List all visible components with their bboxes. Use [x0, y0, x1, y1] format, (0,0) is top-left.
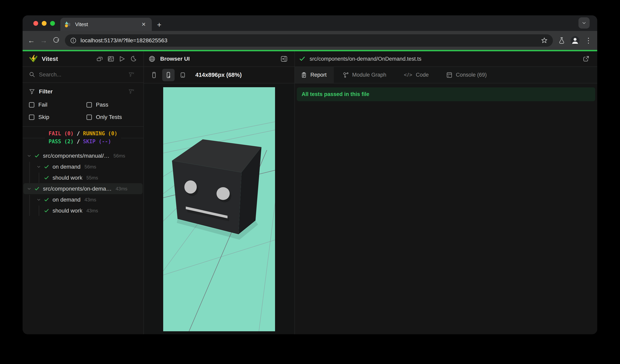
reload-button[interactable]: [53, 37, 60, 44]
browser-window: Vitest ✕ + ← → localhost:5173/#/?file=18…: [23, 15, 597, 334]
dashboard-windows-icon[interactable]: [96, 56, 103, 62]
report-content: All tests passed in this file: [295, 83, 597, 334]
browser-tab[interactable]: Vitest ✕: [60, 18, 152, 31]
url-text[interactable]: localhost:5173/#/?file=1828625563: [80, 37, 537, 44]
preview-title: Browser UI: [160, 56, 277, 62]
open-external-icon[interactable]: [582, 55, 590, 62]
browser-preview-pane: Browser UI 414x896px (68%): [144, 51, 295, 334]
vitest-logo: [29, 55, 38, 63]
filter-title: Filter: [39, 88, 125, 95]
tree-row[interactable]: on demand 43ms: [23, 194, 143, 205]
results-tabbar: Report Module Graph </> Code: [295, 67, 597, 83]
preview-canvas: [144, 83, 294, 334]
summary-line-2: PASS (2) / SKIP (--): [48, 137, 117, 146]
console-icon: [446, 72, 453, 78]
search-row: [23, 67, 143, 83]
search-icon: [29, 72, 35, 78]
chevron-down-icon[interactable]: [35, 165, 43, 169]
tab-search-button[interactable]: [578, 17, 590, 29]
sidebar: Vitest: [23, 51, 144, 334]
pass-check-icon: [299, 56, 305, 62]
module-graph-icon: [342, 72, 349, 78]
robot-cube: [172, 139, 262, 234]
sidebar-header: Vitest: [23, 51, 143, 67]
checkbox-pass[interactable]: [87, 102, 92, 108]
filter-option-skip[interactable]: Skip: [29, 114, 87, 120]
sidebar-app-title: Vitest: [42, 56, 96, 62]
checkbox-fail[interactable]: [29, 102, 34, 108]
filter-option-pass[interactable]: Pass: [87, 102, 135, 108]
chevron-down-icon: [581, 20, 587, 26]
tab-module-graph[interactable]: Module Graph: [334, 67, 395, 83]
browser-toolbar: ← → localhost:5173/#/?file=1828625563 ⋮: [23, 31, 597, 50]
kebab-menu-icon[interactable]: ⋮: [585, 37, 592, 44]
coverage-report-icon[interactable]: [108, 56, 114, 62]
chevron-down-icon[interactable]: [25, 187, 33, 191]
pass-check-icon: [33, 153, 41, 158]
chevron-down-icon[interactable]: [25, 154, 33, 158]
filter-section: Filter Fail Pass: [23, 83, 143, 127]
dark-mode-moon-icon[interactable]: [130, 56, 137, 62]
filter-option-fail[interactable]: Fail: [29, 102, 87, 108]
results-pane: src/components/on-demand/OnDemand.test.t…: [295, 51, 597, 334]
test-summary: FAIL (0) / RUNNING (0) PASS (2) / SKIP (…: [23, 127, 143, 148]
vitest-favicon: [65, 21, 72, 28]
device-toolbar: 414x896px (68%): [144, 67, 294, 83]
close-window-button[interactable]: [33, 21, 38, 26]
forward-button[interactable]: →: [40, 37, 47, 44]
site-info-icon[interactable]: [70, 37, 77, 44]
viewport-size-label: 414x896px (68%): [195, 72, 242, 78]
tab-report[interactable]: Report: [295, 67, 334, 83]
pass-check-icon: [43, 208, 50, 213]
filter-options: Fail Pass Skip Only Tests: [29, 102, 135, 120]
globe-icon: [149, 56, 155, 62]
close-tab-icon[interactable]: ✕: [140, 21, 147, 28]
tree-row[interactable]: src/components/manual/… 56ms: [23, 150, 143, 161]
profile-avatar[interactable]: [571, 36, 580, 45]
address-bar[interactable]: localhost:5173/#/?file=1828625563: [65, 34, 553, 47]
robot-right-eye: [217, 187, 230, 200]
panel-right-toggle-icon[interactable]: [280, 55, 288, 62]
search-input[interactable]: [39, 72, 125, 78]
device-tablet-button[interactable]: [177, 69, 189, 81]
tree-guide-line: [39, 205, 39, 216]
report-clipboard-icon: [301, 72, 307, 78]
tree-guide-line: [29, 162, 30, 183]
bookmark-star-icon[interactable]: [541, 37, 548, 44]
test-tree: src/components/manual/… 56ms on demand 5…: [23, 148, 143, 334]
tree-row-selected[interactable]: src/components/on-dema… 43ms: [23, 183, 143, 194]
tab-console[interactable]: Console (69): [437, 67, 496, 83]
fullscreen-window-button[interactable]: [50, 21, 55, 26]
pass-check-icon: [33, 186, 41, 191]
device-phone-button[interactable]: [148, 69, 160, 81]
pass-check-icon: [43, 164, 50, 169]
tree-row[interactable]: should work 43ms: [23, 205, 143, 216]
clear-filter-icon[interactable]: [128, 72, 135, 78]
vitest-accent-bar: [23, 50, 597, 51]
clear-filter-icon[interactable]: [128, 88, 135, 95]
window-controls: [33, 21, 55, 26]
run-all-play-icon[interactable]: [119, 56, 125, 62]
new-tab-button[interactable]: +: [157, 21, 161, 29]
preview-header: Browser UI: [144, 51, 294, 67]
tested-page-viewport[interactable]: [163, 87, 275, 331]
tab-code[interactable]: </> Code: [395, 67, 437, 83]
checkbox-only-tests[interactable]: [87, 115, 92, 120]
pass-check-icon: [43, 197, 50, 202]
tree-guide-line: [29, 195, 30, 216]
device-phone-plus-button[interactable]: [162, 69, 175, 81]
minimize-window-button[interactable]: [42, 21, 46, 26]
app-content: Vitest: [23, 51, 597, 334]
tree-row[interactable]: on demand 56ms: [23, 161, 143, 172]
experiments-flask-icon[interactable]: [558, 37, 565, 44]
tree-row[interactable]: should work 55ms: [23, 172, 143, 183]
sidebar-actions: [96, 56, 137, 62]
checkbox-skip[interactable]: [29, 115, 34, 120]
pass-check-icon: [43, 175, 50, 180]
results-header: src/components/on-demand/OnDemand.test.t…: [295, 51, 597, 67]
filter-option-only-tests[interactable]: Only Tests: [87, 114, 135, 120]
back-button[interactable]: ←: [28, 37, 35, 44]
test-file-path: src/components/on-demand/OnDemand.test.t…: [310, 56, 579, 62]
chevron-down-icon[interactable]: [35, 198, 43, 202]
code-brackets-icon: </>: [404, 72, 413, 78]
